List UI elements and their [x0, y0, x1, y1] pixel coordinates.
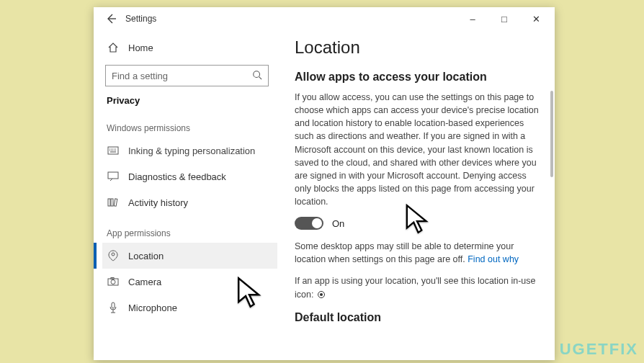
- sidebar-item-inking[interactable]: Inking & typing personalization: [102, 138, 277, 163]
- desktop-apps-note: Some desktop apps may still be able to d…: [295, 240, 540, 266]
- microphone-icon: [107, 302, 120, 313]
- window-title: Settings: [125, 14, 156, 24]
- maximize-button[interactable]: □: [488, 7, 520, 30]
- camera-icon: [107, 277, 120, 286]
- default-location-heading: Default location: [295, 311, 540, 324]
- location-toggle[interactable]: [295, 217, 323, 230]
- svg-rect-4: [111, 199, 113, 206]
- svg-rect-5: [114, 199, 117, 206]
- search-placeholder: Find a setting: [112, 71, 168, 81]
- search-input[interactable]: Find a setting: [105, 65, 269, 86]
- in-use-note: If an app is using your location, you'll…: [295, 274, 540, 300]
- sidebar-section: Privacy: [102, 94, 277, 110]
- back-button[interactable]: [97, 7, 125, 30]
- sidebar-item-camera[interactable]: Camera: [102, 269, 277, 295]
- watermark: UGETFIX: [560, 340, 638, 359]
- sidebar-item-diagnostics[interactable]: Diagnostics & feedback: [102, 163, 277, 189]
- sidebar-item-label: Microphone: [128, 302, 177, 313]
- location-icon: [107, 250, 120, 261]
- location-in-use-icon: [318, 291, 325, 298]
- sidebar-item-label: Diagnostics & feedback: [128, 171, 226, 182]
- main-content: Location Allow apps to access your locat…: [277, 30, 555, 360]
- svg-rect-10: [112, 302, 115, 308]
- toggle-state-label: On: [332, 218, 344, 229]
- history-icon: [107, 197, 120, 207]
- sidebar-item-label: Inking & typing personalization: [128, 145, 255, 156]
- group-windows-permissions: Windows permissions: [102, 110, 277, 138]
- svg-point-8: [111, 280, 115, 284]
- scrollbar-thumb[interactable]: [550, 91, 553, 177]
- sidebar-item-location[interactable]: Location: [102, 243, 277, 269]
- svg-rect-2: [108, 172, 118, 179]
- allow-description: If you allow access, you can use the set…: [295, 91, 540, 208]
- minimize-button[interactable]: –: [457, 7, 488, 30]
- svg-point-6: [112, 253, 115, 256]
- feedback-icon: [107, 171, 120, 182]
- settings-window: Settings – □ ✕ Home Find a setting Priva…: [94, 7, 555, 360]
- keyboard-icon: [107, 146, 120, 155]
- svg-point-0: [254, 71, 260, 77]
- sidebar-item-activity[interactable]: Activity history: [102, 189, 277, 215]
- titlebar: Settings – □ ✕: [94, 7, 555, 30]
- page-title: Location: [295, 37, 540, 58]
- sidebar-item-label: Camera: [128, 277, 161, 287]
- search-icon: [252, 70, 262, 82]
- toggle-knob: [312, 218, 322, 228]
- allow-heading: Allow apps to access your location: [295, 71, 540, 84]
- sidebar: Home Find a setting Privacy Windows perm…: [94, 30, 277, 360]
- sidebar-item-label: Location: [128, 251, 164, 261]
- sidebar-item-microphone[interactable]: Microphone: [102, 295, 277, 321]
- group-app-permissions: App permissions: [102, 215, 277, 243]
- close-button[interactable]: ✕: [520, 7, 552, 30]
- home-icon: [107, 42, 120, 53]
- sidebar-item-label: Activity history: [128, 197, 188, 208]
- back-arrow-icon: [105, 13, 117, 24]
- home-label: Home: [128, 42, 153, 53]
- sidebar-item-home[interactable]: Home: [102, 35, 277, 60]
- find-out-why-link[interactable]: Find out why: [468, 254, 519, 264]
- svg-rect-3: [108, 199, 110, 206]
